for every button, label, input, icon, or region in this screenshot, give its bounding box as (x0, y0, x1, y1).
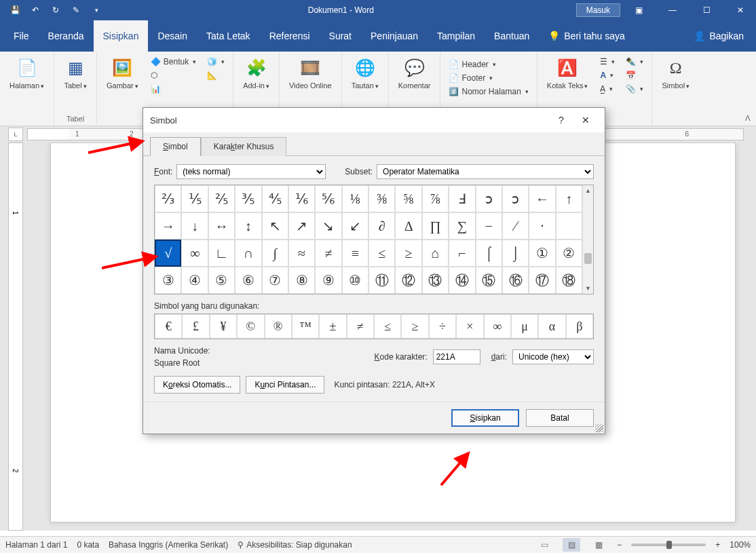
symbol-cell[interactable]: ↔ (208, 212, 235, 240)
symbol-cell[interactable]: ↖ (262, 212, 288, 240)
symbol-cell[interactable]: ⑩ (342, 267, 368, 294)
symbol-cell[interactable]: ⑦ (262, 267, 288, 294)
symbol-cell[interactable]: ⌠ (476, 240, 502, 267)
symbol-cell[interactable]: ↙ (342, 212, 368, 240)
undo-icon[interactable]: ↶ (26, 1, 45, 20)
symbol-cell[interactable]: ∂ (368, 212, 395, 240)
symbol-cell[interactable]: ↗ (288, 212, 315, 240)
symbol-cell[interactable]: ⅙ (288, 185, 315, 212)
symbol-cell[interactable]: ⑰ (529, 267, 555, 294)
ruler-corner[interactable]: L (8, 128, 23, 141)
dialog-close-icon[interactable]: ✕ (573, 110, 598, 130)
recent-symbol-cell[interactable]: ÷ (429, 314, 456, 339)
symbol-cell[interactable]: ɔ (502, 185, 529, 212)
subset-select[interactable]: Operator Matematika (377, 164, 594, 179)
recent-symbol-cell[interactable]: ≤ (374, 314, 401, 339)
tab-bantuan[interactable]: Bantuan (485, 20, 539, 52)
symbol-cell[interactable]: ↓ (181, 212, 208, 240)
tabel-button[interactable]: ▦ Tabel▾ (58, 54, 92, 93)
qat-dropdown-icon[interactable]: ▾ (87, 1, 106, 20)
symbol-cell[interactable]: ⑱ (556, 267, 582, 294)
symbol-cell[interactable]: ⑮ (476, 267, 502, 294)
tab-surat[interactable]: Surat (320, 20, 361, 52)
language-status[interactable]: Bahasa Inggris (Amerika Serikat) (109, 540, 228, 550)
symbol-cell[interactable]: ∕ (502, 212, 529, 240)
symbol-cell[interactable]: ≥ (395, 240, 421, 267)
recent-symbol-cell[interactable]: ™ (292, 314, 319, 339)
close-icon[interactable]: ✕ (725, 0, 756, 20)
quickparts-button[interactable]: ☰▾ (597, 56, 618, 68)
recent-symbol-cell[interactable]: ≥ (401, 314, 428, 339)
icons-button[interactable]: ⬡ (148, 69, 199, 81)
resize-grip[interactable] (595, 424, 603, 432)
symbol-cell[interactable]: ⅛ (342, 185, 368, 212)
shortcut-key-button[interactable]: Kunci Pintasan... (246, 376, 324, 394)
symbol-cell[interactable]: ∑ (449, 212, 475, 240)
recent-symbol-cell[interactable]: € (155, 314, 182, 339)
symbol-cell[interactable]: ③ (155, 267, 181, 294)
maximize-icon[interactable]: ☐ (691, 0, 722, 20)
symbol-cell[interactable]: ∟ (208, 240, 235, 267)
symbol-cell[interactable]: ⌡ (502, 240, 529, 267)
symbol-cell[interactable]: ∫ (262, 240, 288, 267)
sign-in-button[interactable]: Masuk (576, 3, 620, 17)
tab-tataletak[interactable]: Tata Letak (197, 20, 260, 52)
recent-symbol-cell[interactable]: ≠ (347, 314, 374, 339)
symbol-cell[interactable]: ⑯ (502, 267, 529, 294)
print-layout-icon[interactable]: ▤ (563, 538, 580, 552)
symbol-cell[interactable]: ⅜ (368, 185, 395, 212)
tab-beranda[interactable]: Beranda (39, 20, 94, 52)
symbol-cell[interactable]: ⅚ (315, 185, 341, 212)
halaman-button[interactable]: 📄 Halaman▾ (4, 54, 50, 93)
footer-button[interactable]: 📄Footer▾ (446, 72, 531, 84)
save-icon[interactable]: 💾 (5, 1, 24, 20)
symbol-cell[interactable]: ⅔ (155, 185, 181, 212)
symbol-cell[interactable]: ∆ (395, 212, 421, 240)
scroll-up-icon[interactable]: ▲ (583, 185, 593, 196)
header-button[interactable]: 📄Header▾ (446, 58, 531, 71)
smartart-button[interactable]: 📐 (204, 69, 227, 81)
gambar-button[interactable]: 🖼️ Gambar▾ (101, 54, 144, 93)
symbol-cell[interactable]: ↄ (476, 185, 502, 212)
symbol-cell[interactable]: ↘ (315, 212, 341, 240)
font-select[interactable]: (teks normal) (176, 164, 326, 179)
share-button[interactable]: 👤 Bagikan (685, 31, 752, 41)
symbol-cell[interactable]: ⅗ (235, 185, 261, 212)
read-mode-icon[interactable]: ▭ (535, 538, 553, 552)
symbol-cell[interactable]: ∩ (235, 240, 261, 267)
symbol-cell[interactable]: ⑬ (422, 267, 449, 294)
symbol-cell[interactable]: √ (155, 240, 181, 267)
page-count[interactable]: Halaman 1 dari 1 (5, 540, 67, 550)
tab-file[interactable]: File (4, 20, 39, 52)
recent-symbol-cell[interactable]: ∞ (484, 314, 511, 339)
symbol-cell[interactable]: ⌂ (422, 240, 449, 267)
bentuk-button[interactable]: 🔷Bentuk▾ (148, 56, 199, 68)
tautan-button[interactable]: 🌐 Tautan▾ (346, 54, 384, 93)
recent-symbol-cell[interactable]: μ (511, 314, 538, 339)
symbol-cell[interactable]: ≡ (342, 240, 368, 267)
zoom-slider[interactable] (631, 544, 706, 546)
scroll-down-icon[interactable]: ▼ (583, 283, 593, 294)
recent-symbol-cell[interactable]: ± (319, 314, 346, 339)
tab-karakter-khusus[interactable]: Karakter Khusus (201, 137, 287, 156)
autocorrect-button[interactable]: Koreksi Otomatis... (154, 376, 240, 394)
symbol-cell[interactable]: ⅝ (395, 185, 421, 212)
collapse-ribbon-icon[interactable]: ᐱ (745, 114, 751, 123)
symbol-cell[interactable]: ∞ (181, 240, 208, 267)
minimize-icon[interactable]: — (657, 0, 688, 20)
symbol-cell[interactable]: ∏ (422, 212, 449, 240)
word-count[interactable]: 0 kata (77, 540, 99, 550)
symbol-cell[interactable]: ← (529, 185, 555, 212)
tab-tampilan[interactable]: Tampilan (428, 20, 485, 52)
recent-symbol-cell[interactable]: ® (265, 314, 292, 339)
redo-icon[interactable]: ↻ (46, 1, 65, 20)
char-code-input[interactable] (433, 349, 480, 364)
recent-symbol-cell[interactable]: α (538, 314, 565, 339)
recent-symbol-cell[interactable]: £ (182, 314, 209, 339)
zoom-in-icon[interactable]: + (715, 540, 720, 550)
symbol-cell[interactable]: ① (529, 240, 555, 267)
symbol-cell[interactable]: ⌐ (449, 240, 475, 267)
symbol-cell[interactable]: ≈ (288, 240, 315, 267)
symbol-cell[interactable]: ↑ (556, 185, 582, 212)
from-select[interactable]: Unicode (hex) (512, 349, 594, 364)
